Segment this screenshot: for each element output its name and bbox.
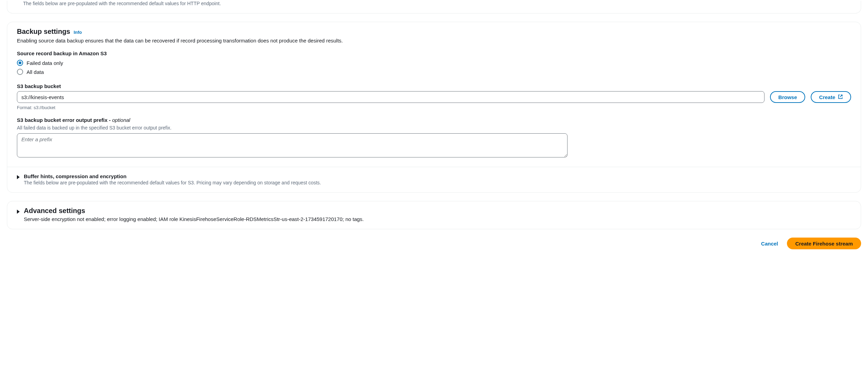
chevron-right-icon <box>17 210 20 214</box>
s3-backup-bucket-input[interactable] <box>17 91 765 103</box>
buffer-hints-title: Buffer hints, compression and encryption <box>24 173 851 179</box>
radio-icon <box>17 60 23 66</box>
source-record-backup-label: Source record backup in Amazon S3 <box>17 50 851 56</box>
error-prefix-label: S3 backup bucket error output prefix - o… <box>17 117 851 123</box>
buffer-hints-expander[interactable]: Buffer hints, compression and encryption… <box>17 173 851 185</box>
footer-actions: Cancel Create Firehose stream <box>7 238 861 249</box>
create-bucket-label: Create <box>819 94 835 100</box>
radio-all-data[interactable]: All data <box>17 67 851 76</box>
buffer-hints-description: The fields below are pre-populated with … <box>24 180 851 185</box>
radio-failed-data-only[interactable]: Failed data only <box>17 58 851 67</box>
advanced-settings-title: Advanced settings <box>24 207 851 215</box>
create-bucket-button[interactable]: Create <box>811 91 851 103</box>
chevron-right-icon <box>17 175 20 179</box>
advanced-settings-description: Server-side encryption not enabled; erro… <box>24 216 851 222</box>
advanced-settings-panel: Advanced settings Server-side encryption… <box>7 201 861 229</box>
browse-button-label: Browse <box>778 94 797 100</box>
external-link-icon <box>838 94 843 100</box>
radio-icon <box>17 69 23 75</box>
http-defaults-description: The fields below are pre-populated with … <box>23 1 851 6</box>
radio-failed-label: Failed data only <box>27 60 63 66</box>
backup-settings-description: Enabling source data backup ensures that… <box>17 38 851 44</box>
create-firehose-stream-button[interactable]: Create Firehose stream <box>787 238 861 249</box>
browse-button[interactable]: Browse <box>770 91 805 103</box>
error-prefix-input[interactable] <box>17 133 568 157</box>
error-prefix-description: All failed data is backed up in the spec… <box>17 125 851 131</box>
divider <box>7 167 861 167</box>
radio-all-label: All data <box>27 69 44 75</box>
cancel-button[interactable]: Cancel <box>755 238 784 249</box>
backup-settings-title: Backup settings <box>17 28 70 36</box>
http-defaults-panel: The fields below are pre-populated with … <box>7 1 861 13</box>
backup-settings-panel: Backup settings Info Enabling source dat… <box>7 22 861 193</box>
advanced-settings-expander[interactable]: Advanced settings Server-side encryption… <box>17 207 851 222</box>
bucket-format-hint: Format: s3://bucket <box>17 105 851 110</box>
s3-backup-bucket-label: S3 backup bucket <box>17 83 851 89</box>
backup-info-link[interactable]: Info <box>73 30 82 35</box>
